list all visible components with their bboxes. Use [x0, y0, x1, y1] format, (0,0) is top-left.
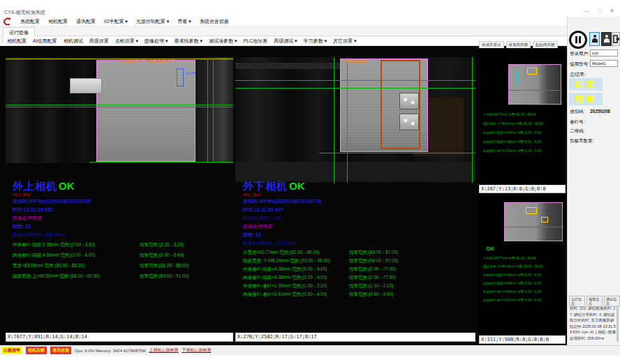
thumb-tab-winding[interactable]: 收卷内页图 — [506, 41, 531, 48]
measure-line-h2 — [6, 107, 233, 107]
right-control-panel: 登录用户: cys 使用型号: Model1 总结果: 结果 结果 虚拟码: 2… — [567, 17, 620, 345]
thumb-tab-composite[interactable]: 合成页显示 — [479, 41, 504, 48]
tool-ai-use-config[interactable]: AI使用配置 — [33, 38, 57, 45]
middle-process-done: 图像处理完成 — [243, 223, 272, 230]
upper-camera-heartbeat-link[interactable]: 上相机心跳检测 — [149, 347, 178, 354]
virtual-code-label: 虚拟码: — [570, 109, 584, 115]
menu-system-config[interactable]: 系统配置 — [20, 18, 40, 25]
app-logo-icon — [3, 17, 12, 26]
close-icon[interactable]: ✕ — [610, 8, 614, 14]
ai-overlay-label: AI检测图像 — [344, 59, 366, 65]
menu-bar: 系统配置 相机配置 通讯配置 IO手配置 ▾ 光源控制配置 ▾ 查看 ▾ 系统语… — [0, 17, 620, 26]
measurement-row: 片宽度=83.77mm 范围:(82.00 - 88.00) — [243, 250, 320, 256]
window-title: CYS-视觉检测系统 — [4, 9, 45, 16]
minimize-icon[interactable]: — — [584, 8, 589, 14]
result-status-box-1: 结果 — [569, 78, 603, 91]
tab-module — [399, 114, 419, 130]
defect-mark-box — [527, 68, 537, 75]
measurement-row: 外侧卷针-卷针=1.90mm 范围:(1.00 - 2.20) — [243, 283, 327, 289]
model-label: 使用型号: — [570, 61, 589, 68]
log-scrollbar[interactable] — [617, 305, 619, 342]
exit-button[interactable] — [612, 32, 620, 46]
qrcode-label: 二维码: — [570, 128, 584, 135]
bottom-thumbnail-view[interactable]: OK 片宽度=83.77mm 范围:(82.00 - 88.00) 隔膜宽度-下… — [479, 194, 566, 335]
thumb-text-line: 隔膜宽度-下=95.24mm 范围:(93.00 - 98.00) — [483, 265, 543, 268]
tool-other-settings[interactable]: 其它设置 ▾ — [333, 38, 356, 45]
tool-learning-params[interactable]: 学习参数 ▾ — [304, 38, 327, 45]
operator-button[interactable] — [601, 32, 612, 46]
status-bar: 心跳信号 相机丢帧 通讯连接 Cpu: 0.0% Memory: 3424.41… — [0, 345, 620, 355]
thumb-tab-start[interactable]: 起始内页图 — [533, 41, 558, 48]
model-value[interactable]: Model1 — [590, 60, 618, 67]
tool-advanced-debug[interactable]: 高级调试 ▾ — [274, 38, 297, 45]
thumb-sub-image — [504, 202, 563, 241]
tab-run-image[interactable]: 运行图像 — [3, 27, 35, 36]
left-camera-image[interactable]: 好品阈值:93, 峰态阈值:100 53.88 — [6, 57, 233, 163]
left-pixel-coords: X:7677;Y:891;R:14;G:14;B:14 — [6, 333, 233, 342]
tool-camera-debug[interactable]: 相机调试 — [64, 38, 83, 45]
virtual-code-value: 20250208 — [590, 109, 610, 114]
measurement-row: 隔膜宽度-下=95.24mm 范围:(93.00 - 98.00) — [243, 258, 330, 264]
menu-camera-config[interactable]: 相机配置 — [48, 18, 68, 25]
reference-line-yellow — [6, 59, 233, 59]
thumb-text-line: 外侧卷针-隔膜=4.38mm 范围:(0.00 - 9.00) — [483, 273, 541, 277]
run-log-text: 耗时: 222, 缺陷检测耗时: 17, 缺陷分类耗时: 0, 缺陷提取分区耗时… — [570, 305, 616, 341]
threshold-overlay-text: 好品阈值:93, 峰态阈值:100 — [121, 59, 175, 65]
defect-mark-box — [541, 217, 548, 222]
middle-virtual-code: 虚拟码:0FFIiiie20250208133134728 — [243, 198, 321, 205]
defect-mark-box — [526, 207, 537, 214]
measure-line — [505, 227, 563, 227]
left-virtual-code: 虚拟码:0FFIiiie20250208133134728 — [13, 198, 91, 205]
menu-light-config[interactable]: 光源控制配置 ▾ — [136, 18, 169, 25]
left-process-done: 图像处理完成 — [13, 215, 42, 222]
thumb-text-line: 内侧卷针-隔膜=4.38mm 范围:(0.00 - 9.00) — [483, 282, 541, 285]
user-login-button[interactable] — [589, 32, 600, 46]
tool-plc-address[interactable]: PLC地址表 — [244, 38, 268, 45]
thumb-text-line: 隔膜宽度-下=95.24mm 范围:(93.00 - 98.00) — [483, 122, 543, 126]
top-thumbnail-view[interactable]: 片宽度=83.77mm 范围:(82.00 - 88.00) 隔膜宽度-下=95… — [479, 49, 566, 185]
middle-elapsed: 图像处理耗时: 143.00ms — [243, 240, 297, 247]
tool-baseline-params[interactable]: 基准线参数 ▾ — [175, 38, 202, 45]
maximize-icon[interactable]: □ — [598, 8, 601, 14]
bottom-thumb-coords: X:311;Y:980;R:0;G:0;B:0 — [479, 335, 566, 344]
measure-line-h2 — [235, 88, 475, 89]
left-time: 时间:13-31-59-650 — [13, 206, 53, 213]
toolbar-grip[interactable] — [1, 38, 3, 44]
measurement-alarm: 报警范围:(1.10 - 2.10) — [349, 283, 393, 289]
measure-line-h3 — [319, 153, 475, 153]
thumb-text-line: 外侧卷针-卷针=1.90mm 范围:(1.00 - 2.20) — [483, 149, 541, 153]
left-ok-status: OK — [59, 180, 75, 192]
measure-line-h3 — [89, 162, 233, 162]
thumb-text-line: 外侧卷针-隔膜=4.38mm 范围:(0.00 - 9.00) — [483, 131, 541, 135]
measure-line-v3 — [472, 57, 473, 183]
middle-camera-image[interactable]: AI检测图像 — [235, 57, 475, 183]
heartbeat-badge: 心跳信号 — [1, 347, 22, 354]
pause-button[interactable] — [569, 31, 587, 49]
menu-view[interactable]: 查看 ▾ — [177, 18, 191, 25]
tool-camera-config[interactable]: 相机配置 — [7, 38, 27, 45]
menu-language-switch[interactable]: 系统语言切换 — [200, 18, 229, 25]
measurement-row: 内侧卷针-隔膜:4.60mm 范围:(3.00 - 6.00) — [13, 252, 95, 259]
menu-io-config[interactable]: IO手配置 ▾ — [104, 18, 128, 25]
tool-image-processing[interactable]: 图像处理 ▾ — [145, 38, 168, 45]
cyan-mark — [516, 70, 517, 84]
login-user-value[interactable]: cys — [590, 50, 618, 56]
gripper-part — [70, 78, 102, 93]
measure-line-v2 — [347, 57, 348, 183]
exit-door-icon — [613, 35, 619, 43]
lower-camera-heartbeat-link[interactable]: 下相机心跳检测 — [182, 347, 211, 354]
tool-test-params[interactable]: 测试项参数 ▾ — [209, 38, 237, 45]
middle-turns-count: 圈数: 13 — [243, 232, 261, 238]
tab-module — [399, 93, 419, 109]
tool-spot-check[interactable]: 点检设置 ▾ — [115, 38, 138, 45]
left-camera-result-title: 外上相机OK — [13, 180, 75, 193]
measurement-alarm: 报警范围:(2.20 - 3.20) — [140, 242, 184, 248]
tool-advanced-settings[interactable]: 高级设置 — [89, 38, 109, 45]
measurement-row: 隔膜宽度-上=90.56mm 范围:(88.00 - 92.00) — [13, 273, 100, 280]
measure-line-h1 — [235, 80, 475, 81]
blue-measure-value: 53.88 — [186, 71, 195, 75]
measure-line-v1 — [207, 59, 208, 162]
menu-comm-config[interactable]: 通讯配置 — [76, 18, 96, 25]
middle-ok-status: OK — [289, 180, 305, 192]
middle-result-tag: M6记_B017 — [243, 192, 261, 197]
